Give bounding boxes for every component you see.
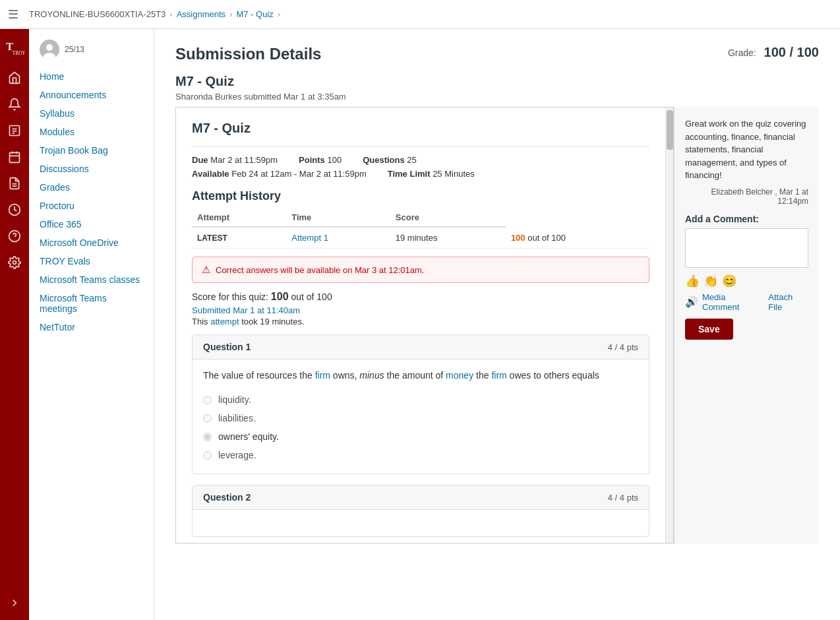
option-liquidity-label: liquidity. xyxy=(218,394,251,405)
icon-bar: T TROY xyxy=(0,29,29,620)
svg-text:TROY: TROY xyxy=(13,51,25,56)
breadcrumb-quiz[interactable]: M7 - Quiz xyxy=(236,9,273,19)
quiz-details-row-1: Due Mar 2 at 11:59pm Points 100 Question… xyxy=(192,155,649,165)
nav-icon-assignments[interactable] xyxy=(3,119,26,142)
due-detail: Due Mar 2 at 11:59pm xyxy=(192,155,278,165)
question-1-pts: 4 / 4 pts xyxy=(608,342,638,352)
center-content: Submission Details Grade: 100 / 100 M7 -… xyxy=(154,29,840,620)
quiz-details-row-2: Available Feb 24 at 12am - Mar 2 at 11:5… xyxy=(192,169,649,179)
sidebar-item-home[interactable]: Home xyxy=(29,67,154,86)
nav-icon-settings[interactable] xyxy=(3,251,26,274)
submitted-by: Sharonda Burkes submitted Mar 1 at 3:35a… xyxy=(175,92,819,102)
page-title: Submission Details xyxy=(175,45,321,63)
quiz-scrollbar[interactable] xyxy=(665,108,673,543)
nav-icon-home[interactable] xyxy=(3,66,26,90)
grade-value: 100 / 100 xyxy=(764,45,819,60)
sidebar-item-proctoru[interactable]: Proctoru xyxy=(29,197,154,215)
main-layout: T TROY xyxy=(0,29,840,620)
sidebar-item-nettutor[interactable]: NetTutor xyxy=(29,318,154,336)
available-detail: Available Feb 24 at 12am - Mar 2 at 11:5… xyxy=(192,169,367,179)
option-liquidity: liquidity. xyxy=(203,390,638,409)
option-leverage-label: leverage. xyxy=(218,450,256,460)
timelimit-detail: Time Limit 25 Minutes xyxy=(388,169,475,179)
question-2-pts: 4 / 4 pts xyxy=(608,493,638,503)
attach-file-link[interactable]: Attach File xyxy=(768,292,808,312)
breadcrumb-assignments[interactable]: Assignments xyxy=(177,9,225,19)
comment-textarea[interactable] xyxy=(685,228,808,268)
warning-icon: ⚠ xyxy=(202,264,210,276)
col-attempt: Attempt xyxy=(192,208,286,227)
sidebar-item-grades[interactable]: Grades xyxy=(29,178,154,197)
submission-header: Submission Details Grade: 100 / 100 xyxy=(154,29,840,74)
table-row: LATEST Attempt 1 19 minutes 100 out of 1… xyxy=(192,227,649,249)
option-liabilities-label: liabilities. xyxy=(218,413,256,423)
option-liabilities: liabilities. xyxy=(203,409,638,427)
option-owners-equity: owners' equity. xyxy=(203,427,638,446)
breadcrumb-sep-2: › xyxy=(229,9,232,19)
emoji-thumbsup[interactable]: 👍 xyxy=(685,274,700,288)
questions-detail: Questions 25 xyxy=(363,155,417,165)
attempt-1-link[interactable]: Attempt 1 xyxy=(291,233,328,243)
nav-icon-help[interactable] xyxy=(3,224,26,248)
quiz-inner-scroll[interactable]: M7 - Quiz Due Mar 2 at 11:59pm Points 10… xyxy=(176,108,665,543)
sidebar-item-trojan-book-bag[interactable]: Trojan Book Bag xyxy=(29,141,154,160)
quiz-meta: M7 - Quiz Sharonda Burkes submitted Mar … xyxy=(154,74,840,107)
top-nav: ☰ TROYONLINE-BUS6600XTIA-25T3 › Assignme… xyxy=(0,0,840,29)
sidebar-item-syllabus[interactable]: Syllabus xyxy=(29,104,154,123)
sidebar-item-discussions[interactable]: Discussions xyxy=(29,160,154,178)
emoji-clap[interactable]: 👏 xyxy=(704,274,718,288)
student-info: 25/13 xyxy=(29,37,154,67)
sidebar-item-teams-meetings[interactable]: Microsoft Teams meetings xyxy=(29,289,154,318)
warning-box: ⚠ Correct answers will be available on M… xyxy=(192,257,649,283)
comment-author: Elizabeth Belcher , Mar 1 at 12:14pm xyxy=(685,187,808,206)
question-1-text: The value of resources the firm owns, mi… xyxy=(203,369,638,383)
nav-icon-calendar[interactable] xyxy=(3,145,26,169)
media-comment-link[interactable]: Media Comment xyxy=(702,292,764,312)
add-comment-label: Add a Comment: xyxy=(685,214,808,224)
nav-icon-grades[interactable] xyxy=(3,171,26,195)
sidebar-item-announcements[interactable]: Announcements xyxy=(29,86,154,104)
question-1-header: Question 1 4 / 4 pts xyxy=(193,335,649,359)
sidebar-item-troy-evals[interactable]: TROY Evals xyxy=(29,252,154,270)
breadcrumb: TROYONLINE-BUS6600XTIA-25T3 › Assignment… xyxy=(29,9,280,19)
attempt-link-cell[interactable]: Attempt 1 xyxy=(286,227,390,249)
option-leverage: leverage. xyxy=(203,446,638,464)
attempt-link-inline[interactable]: attempt xyxy=(210,317,239,326)
sidebar-item-teams-classes[interactable]: Microsoft Teams classes xyxy=(29,270,154,289)
course-label: TROYONLINE-BUS6600XTIA-25T3 xyxy=(29,9,165,19)
nav-icon-announcements[interactable] xyxy=(3,92,26,116)
question-2-header: Question 2 4 / 4 pts xyxy=(193,485,649,510)
question-1-body: The value of resources the firm owns, mi… xyxy=(193,359,649,474)
student-count: 25/13 xyxy=(65,45,84,54)
points-detail: Points 100 xyxy=(299,155,342,165)
instructor-comment: Great work on the quiz covering accounti… xyxy=(685,117,808,182)
sidebar-item-modules[interactable]: Modules xyxy=(29,123,154,141)
grade-label: Grade: xyxy=(728,47,756,58)
attempt-latest-label: LATEST xyxy=(192,227,286,249)
media-row: 🔊 Media Comment Attach File xyxy=(685,292,808,312)
quiz-title-heading: M7 - Quiz xyxy=(175,74,819,89)
radio-leverage[interactable] xyxy=(203,451,212,460)
question-2-body xyxy=(193,510,649,536)
avatar xyxy=(40,40,59,59)
sidebar-nav: Home Announcements Syllabus Modules Troj… xyxy=(29,67,154,336)
sidebar-item-office365[interactable]: Office 365 xyxy=(29,215,154,233)
took-info: This attempt took 19 minutes. xyxy=(192,317,649,326)
radio-owners-equity[interactable] xyxy=(203,433,212,441)
option-owners-equity-label: owners' equity. xyxy=(218,431,279,442)
score-summary: Score for this quiz: 100 out of 100 xyxy=(192,291,649,303)
quiz-scrollbar-thumb[interactable] xyxy=(667,110,673,150)
nav-icon-collapse[interactable] xyxy=(3,591,26,615)
col-score: Score xyxy=(390,208,506,227)
sidebar-item-onedrive[interactable]: Microsoft OneDrive xyxy=(29,233,154,252)
quiz-inner-title: M7 - Quiz xyxy=(192,121,649,136)
nav-icon-history[interactable] xyxy=(3,198,26,222)
radio-liabilities[interactable] xyxy=(203,414,212,423)
emoji-row: 👍 👏 😊 xyxy=(685,274,808,288)
hamburger-icon[interactable]: ☰ xyxy=(8,7,18,22)
radio-liquidity[interactable] xyxy=(203,396,212,404)
question-2-title: Question 2 xyxy=(203,492,251,503)
save-button[interactable]: Save xyxy=(685,319,733,340)
submitted-info: Submitted Mar 1 at 11:40am xyxy=(192,305,649,315)
emoji-smile[interactable]: 😊 xyxy=(722,274,736,288)
